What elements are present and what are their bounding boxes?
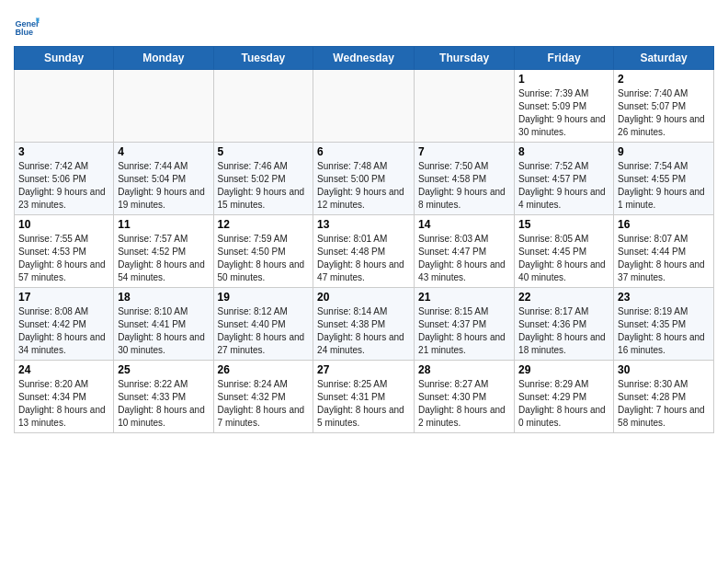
day-info: Sunrise: 8:14 AM Sunset: 4:38 PM Dayligh… xyxy=(317,305,410,357)
calendar-cell: 16Sunrise: 8:07 AM Sunset: 4:44 PM Dayli… xyxy=(614,215,714,288)
day-number: 20 xyxy=(317,291,410,304)
day-info: Sunrise: 7:46 AM Sunset: 5:02 PM Dayligh… xyxy=(218,160,310,212)
weekday-header: Thursday xyxy=(415,47,515,70)
calendar-cell: 7Sunrise: 7:50 AM Sunset: 4:58 PM Daylig… xyxy=(415,143,515,215)
calendar-cell: 22Sunrise: 8:17 AM Sunset: 4:36 PM Dayli… xyxy=(515,288,614,361)
day-number: 29 xyxy=(518,363,609,376)
day-info: Sunrise: 7:44 AM Sunset: 5:04 PM Dayligh… xyxy=(118,160,209,212)
calendar-table: SundayMondayTuesdayWednesdayThursdayFrid… xyxy=(14,46,714,433)
day-info: Sunrise: 7:50 AM Sunset: 4:58 PM Dayligh… xyxy=(418,160,510,212)
day-number: 28 xyxy=(418,363,510,376)
day-number: 27 xyxy=(317,363,410,376)
calendar-cell: 29Sunrise: 8:29 AM Sunset: 4:29 PM Dayli… xyxy=(515,361,614,433)
logo-icon: General Blue xyxy=(14,15,40,40)
day-info: Sunrise: 8:24 AM Sunset: 4:32 PM Dayligh… xyxy=(218,378,310,430)
calendar-cell: 20Sunrise: 8:14 AM Sunset: 4:38 PM Dayli… xyxy=(313,288,415,361)
day-number: 10 xyxy=(18,218,109,231)
day-info: Sunrise: 8:15 AM Sunset: 4:37 PM Dayligh… xyxy=(418,305,510,357)
day-number: 23 xyxy=(618,291,710,304)
calendar-cell: 8Sunrise: 7:52 AM Sunset: 4:57 PM Daylig… xyxy=(515,143,614,215)
day-info: Sunrise: 7:54 AM Sunset: 4:55 PM Dayligh… xyxy=(618,160,710,212)
day-number: 3 xyxy=(18,145,109,158)
calendar-week-row: 3Sunrise: 7:42 AM Sunset: 5:06 PM Daylig… xyxy=(15,143,714,215)
day-info: Sunrise: 8:19 AM Sunset: 4:35 PM Dayligh… xyxy=(618,305,710,357)
calendar-week-row: 24Sunrise: 8:20 AM Sunset: 4:34 PM Dayli… xyxy=(15,361,714,433)
day-info: Sunrise: 7:48 AM Sunset: 5:00 PM Dayligh… xyxy=(317,160,410,212)
calendar-cell: 12Sunrise: 7:59 AM Sunset: 4:50 PM Dayli… xyxy=(213,215,313,288)
weekday-header: Saturday xyxy=(614,47,714,70)
calendar-cell: 13Sunrise: 8:01 AM Sunset: 4:48 PM Dayli… xyxy=(313,215,415,288)
logo: General Blue xyxy=(14,15,40,40)
day-number: 22 xyxy=(518,291,609,304)
calendar-cell: 26Sunrise: 8:24 AM Sunset: 4:32 PM Dayli… xyxy=(213,361,313,433)
day-info: Sunrise: 8:05 AM Sunset: 4:45 PM Dayligh… xyxy=(518,233,609,284)
calendar-cell: 21Sunrise: 8:15 AM Sunset: 4:37 PM Dayli… xyxy=(415,288,515,361)
calendar-cell: 4Sunrise: 7:44 AM Sunset: 5:04 PM Daylig… xyxy=(114,143,213,215)
calendar-cell xyxy=(114,70,213,143)
day-number: 7 xyxy=(418,145,510,158)
calendar-cell: 24Sunrise: 8:20 AM Sunset: 4:34 PM Dayli… xyxy=(15,361,114,433)
calendar-cell xyxy=(213,70,313,143)
day-number: 6 xyxy=(317,145,410,158)
day-info: Sunrise: 8:27 AM Sunset: 4:30 PM Dayligh… xyxy=(418,378,510,430)
day-info: Sunrise: 8:25 AM Sunset: 4:31 PM Dayligh… xyxy=(317,378,410,430)
day-info: Sunrise: 7:39 AM Sunset: 5:09 PM Dayligh… xyxy=(518,87,609,139)
day-info: Sunrise: 8:22 AM Sunset: 4:33 PM Dayligh… xyxy=(118,378,209,430)
day-info: Sunrise: 7:52 AM Sunset: 4:57 PM Dayligh… xyxy=(518,160,609,212)
calendar-cell: 30Sunrise: 8:30 AM Sunset: 4:28 PM Dayli… xyxy=(614,361,714,433)
day-number: 15 xyxy=(518,218,609,231)
svg-text:General: General xyxy=(15,19,40,29)
day-info: Sunrise: 8:20 AM Sunset: 4:34 PM Dayligh… xyxy=(18,378,109,430)
day-info: Sunrise: 8:03 AM Sunset: 4:47 PM Dayligh… xyxy=(418,233,510,284)
calendar-week-row: 17Sunrise: 8:08 AM Sunset: 4:42 PM Dayli… xyxy=(15,288,714,361)
day-info: Sunrise: 8:29 AM Sunset: 4:29 PM Dayligh… xyxy=(518,378,609,430)
day-info: Sunrise: 8:17 AM Sunset: 4:36 PM Dayligh… xyxy=(518,305,609,357)
day-number: 14 xyxy=(418,218,510,231)
day-info: Sunrise: 8:08 AM Sunset: 4:42 PM Dayligh… xyxy=(18,305,109,357)
day-info: Sunrise: 8:10 AM Sunset: 4:41 PM Dayligh… xyxy=(118,305,209,357)
day-info: Sunrise: 7:40 AM Sunset: 5:07 PM Dayligh… xyxy=(618,87,710,139)
day-info: Sunrise: 7:57 AM Sunset: 4:52 PM Dayligh… xyxy=(118,233,209,284)
day-number: 21 xyxy=(418,291,510,304)
calendar-cell xyxy=(415,70,515,143)
calendar-cell: 17Sunrise: 8:08 AM Sunset: 4:42 PM Dayli… xyxy=(15,288,114,361)
day-number: 12 xyxy=(218,218,310,231)
weekday-header: Sunday xyxy=(15,47,114,70)
day-number: 16 xyxy=(618,218,710,231)
calendar-cell: 1Sunrise: 7:39 AM Sunset: 5:09 PM Daylig… xyxy=(515,70,614,143)
calendar-cell: 18Sunrise: 8:10 AM Sunset: 4:41 PM Dayli… xyxy=(114,288,213,361)
day-number: 8 xyxy=(518,145,609,158)
day-number: 25 xyxy=(118,363,209,376)
page-header: General Blue xyxy=(14,9,714,40)
calendar-header: SundayMondayTuesdayWednesdayThursdayFrid… xyxy=(15,47,714,70)
calendar-cell: 19Sunrise: 8:12 AM Sunset: 4:40 PM Dayli… xyxy=(213,288,313,361)
day-info: Sunrise: 8:07 AM Sunset: 4:44 PM Dayligh… xyxy=(618,233,710,284)
calendar-cell: 15Sunrise: 8:05 AM Sunset: 4:45 PM Dayli… xyxy=(515,215,614,288)
day-number: 13 xyxy=(317,218,410,231)
calendar-cell: 5Sunrise: 7:46 AM Sunset: 5:02 PM Daylig… xyxy=(213,143,313,215)
day-number: 24 xyxy=(18,363,109,376)
weekday-header: Friday xyxy=(515,47,614,70)
day-info: Sunrise: 7:59 AM Sunset: 4:50 PM Dayligh… xyxy=(218,233,310,284)
day-number: 9 xyxy=(618,145,710,158)
svg-text:Blue: Blue xyxy=(15,28,33,37)
day-number: 1 xyxy=(518,73,609,86)
calendar-cell: 3Sunrise: 7:42 AM Sunset: 5:06 PM Daylig… xyxy=(15,143,114,215)
day-info: Sunrise: 7:42 AM Sunset: 5:06 PM Dayligh… xyxy=(18,160,109,212)
calendar-week-row: 1Sunrise: 7:39 AM Sunset: 5:09 PM Daylig… xyxy=(15,70,714,143)
day-number: 26 xyxy=(218,363,310,376)
calendar-cell: 2Sunrise: 7:40 AM Sunset: 5:07 PM Daylig… xyxy=(614,70,714,143)
day-info: Sunrise: 8:12 AM Sunset: 4:40 PM Dayligh… xyxy=(218,305,310,357)
day-number: 4 xyxy=(118,145,209,158)
calendar-cell: 10Sunrise: 7:55 AM Sunset: 4:53 PM Dayli… xyxy=(15,215,114,288)
calendar-cell: 6Sunrise: 7:48 AM Sunset: 5:00 PM Daylig… xyxy=(313,143,415,215)
calendar-week-row: 10Sunrise: 7:55 AM Sunset: 4:53 PM Dayli… xyxy=(15,215,714,288)
weekday-header: Monday xyxy=(114,47,213,70)
calendar-cell: 9Sunrise: 7:54 AM Sunset: 4:55 PM Daylig… xyxy=(614,143,714,215)
calendar-cell xyxy=(15,70,114,143)
calendar-cell: 23Sunrise: 8:19 AM Sunset: 4:35 PM Dayli… xyxy=(614,288,714,361)
calendar-cell: 28Sunrise: 8:27 AM Sunset: 4:30 PM Dayli… xyxy=(415,361,515,433)
calendar-cell: 25Sunrise: 8:22 AM Sunset: 4:33 PM Dayli… xyxy=(114,361,213,433)
calendar-cell: 14Sunrise: 8:03 AM Sunset: 4:47 PM Dayli… xyxy=(415,215,515,288)
day-number: 2 xyxy=(618,73,710,86)
